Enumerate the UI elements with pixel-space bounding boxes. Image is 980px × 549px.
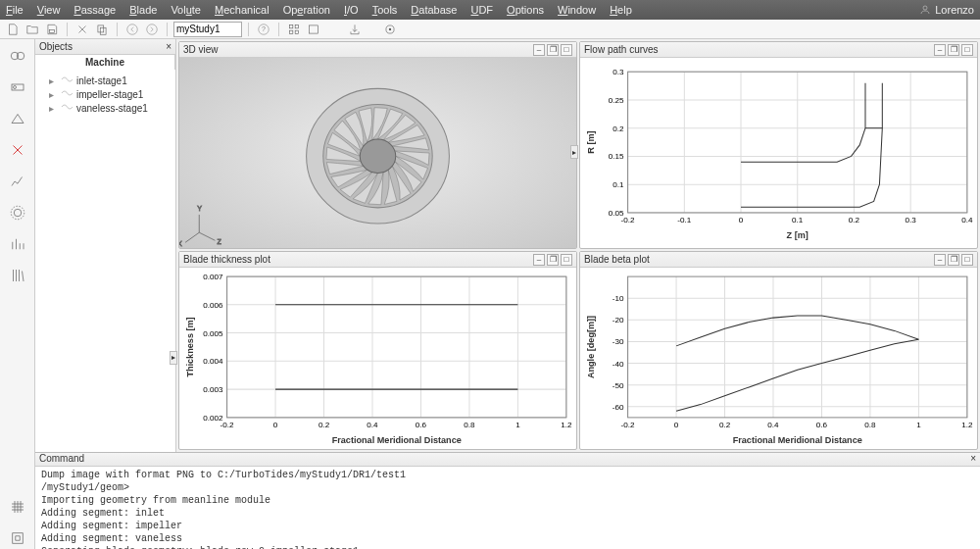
svg-text:0.003: 0.003 [203,386,223,395]
expand-handle[interactable]: ▸ [570,145,578,159]
panel-flow-path: Flow path curves–❐□ ▸ -0.2-0.100.10.20.3… [579,41,978,249]
menu-mechanical[interactable]: Mechanical [215,4,270,16]
user-label[interactable]: Lorenzo [919,4,974,16]
component-icon [61,102,73,114]
svg-rect-21 [12,533,23,544]
menu-help[interactable]: Help [610,4,632,16]
svg-point-5 [147,24,158,34]
object-tree: ▸inlet-stage1 ▸impeller-stage1 ▸vaneless… [35,70,175,119]
grid-view-button[interactable] [285,22,303,37]
svg-text:0.15: 0.15 [609,152,624,161]
svg-text:Thickness [m]: Thickness [m] [185,318,195,377]
new-file-button[interactable] [4,22,22,37]
svg-rect-2 [98,25,104,31]
menu-options[interactable]: Options [507,4,544,16]
maximize-icon[interactable]: □ [961,44,973,56]
menu-file[interactable]: File [6,4,24,16]
machine-icon[interactable] [7,76,28,98]
overview-icon[interactable] [7,45,28,67]
minimize-icon[interactable]: – [533,44,545,56]
menu-volute[interactable]: Volute [171,4,201,16]
single-view-button[interactable] [305,22,322,37]
target-button[interactable] [381,22,399,37]
help-button[interactable]: ? [255,22,272,37]
3d-viewport[interactable]: Y Z X [179,58,576,248]
panel-title: Blade beta plot [584,254,932,265]
library-icon[interactable] [7,265,28,286]
user-icon [919,4,931,16]
blade-icon[interactable] [7,139,28,161]
svg-text:0.6: 0.6 [416,421,427,429]
svg-point-18 [13,86,16,89]
panel-beta: Blade beta plot–❐□ -0.200.20.40.60.811.2… [579,251,978,449]
command-output[interactable]: Dump image with format PNG to C:/TurboTi… [35,467,980,549]
menu-udf[interactable]: UDF [470,4,493,16]
svg-text:-0.1: -0.1 [677,216,691,225]
svg-rect-3 [100,27,106,34]
mesh-icon[interactable] [7,496,28,518]
svg-text:0.2: 0.2 [612,125,624,133]
maximize-icon[interactable]: □ [961,254,973,266]
svg-text:-60: -60 [612,403,624,412]
tree-node-impeller[interactable]: ▸impeller-stage1 [39,87,172,101]
minimize-icon[interactable]: – [934,254,946,266]
panel-title: Blade thickness plot [183,254,531,265]
svg-rect-9 [295,25,299,28]
performance-icon[interactable] [7,171,28,192]
study-select[interactable] [173,22,242,37]
svg-text:-20: -20 [612,317,624,325]
maximize-icon[interactable]: □ [561,254,572,266]
menu-view[interactable]: View [37,4,61,16]
chart-icon[interactable] [7,233,28,255]
svg-text:0.007: 0.007 [203,274,223,282]
svg-rect-119 [628,276,967,418]
menu-operation[interactable]: Operation [283,4,330,16]
tree-node-inlet[interactable]: ▸inlet-stage1 [39,74,172,87]
geometry-icon[interactable] [7,108,28,129]
expand-handle[interactable]: ▸ [170,351,177,365]
svg-text:1.2: 1.2 [961,421,973,429]
menu-database[interactable]: Database [411,4,457,16]
menubar: File View Passage Blade Volute Mechanica… [0,0,980,20]
menu-io[interactable]: I/O [344,4,359,16]
minimize-icon[interactable]: – [533,254,545,266]
tree-node-vaneless[interactable]: ▸vaneless-stage1 [39,101,172,115]
tab-machine[interactable]: Machine [35,55,175,70]
menu-tools[interactable]: Tools [372,4,398,16]
svg-text:0.2: 0.2 [719,421,731,429]
export-button[interactable] [346,22,364,37]
svg-text:0.4: 0.4 [767,421,779,429]
component-icon [61,75,73,86]
panel-title: 3D view [183,44,531,55]
restore-icon[interactable]: ❐ [547,44,559,56]
open-folder-button[interactable] [24,22,41,37]
svg-point-24 [360,139,395,173]
restore-icon[interactable]: ❐ [948,254,959,266]
svg-text:Y: Y [197,205,202,213]
back-button[interactable] [123,22,141,37]
menu-passage[interactable]: Passage [74,4,116,16]
delete-button[interactable] [74,22,91,37]
thickness-chart[interactable]: -0.200.20.40.60.811.20.0020.0030.0040.00… [179,268,576,448]
gear-icon[interactable] [7,202,28,224]
svg-text:Fractional Meridional Distance: Fractional Meridional Distance [332,436,462,446]
svg-point-14 [389,27,391,29]
forward-button[interactable] [143,22,161,37]
svg-text:0: 0 [739,216,744,225]
maximize-icon[interactable]: □ [561,44,572,56]
svg-text:0.002: 0.002 [203,414,223,423]
menu-window[interactable]: Window [558,4,596,16]
solver-icon[interactable] [7,527,28,549]
close-icon[interactable]: × [970,453,976,466]
beta-chart[interactable]: -0.200.20.40.60.811.2-60-50-40-30-20-10F… [580,268,977,448]
svg-text:0.8: 0.8 [864,421,876,429]
restore-icon[interactable]: ❐ [547,254,559,266]
minimize-icon[interactable]: – [934,44,946,56]
flow-chart[interactable]: -0.2-0.100.10.20.30.40.050.10.150.20.250… [580,58,977,248]
save-button[interactable] [43,22,61,37]
menu-blade[interactable]: Blade [129,4,157,16]
restore-icon[interactable]: ❐ [948,44,959,56]
copy-button[interactable] [93,22,111,37]
svg-text:0.05: 0.05 [609,209,624,218]
close-icon[interactable]: × [166,41,172,52]
